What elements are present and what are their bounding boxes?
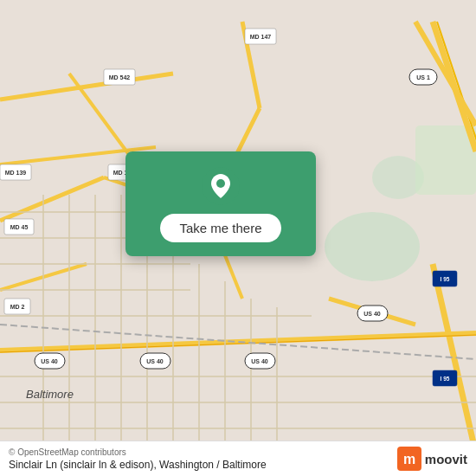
svg-text:US 1: US 1	[416, 74, 430, 80]
svg-text:MD 147: MD 147	[250, 34, 272, 40]
moovit-icon: m	[397, 447, 421, 471]
svg-line-17	[0, 335, 476, 352]
svg-text:US 40: US 40	[363, 311, 381, 317]
svg-text:I 95: I 95	[441, 376, 450, 382]
svg-text:m: m	[403, 452, 415, 466]
location-label: Sinclair Ln (sinclair ln & edison), Wash…	[9, 459, 397, 471]
moovit-text: moovit	[425, 452, 467, 466]
svg-text:US 40: US 40	[146, 358, 164, 364]
svg-text:MD 45: MD 45	[10, 224, 29, 230]
map-container: MD 147 US 1 MD 542 MD 147 MD 139 MD 45 I…	[0, 0, 476, 476]
svg-line-13	[0, 177, 104, 221]
svg-point-0	[325, 212, 420, 281]
take-me-there-card: Take me there	[125, 151, 316, 256]
svg-text:MD 542: MD 542	[109, 74, 131, 80]
svg-rect-2	[415, 125, 476, 195]
svg-text:I 95: I 95	[441, 276, 450, 282]
location-pin-icon	[202, 167, 240, 205]
svg-point-66	[216, 179, 225, 188]
svg-text:MD 2: MD 2	[10, 304, 25, 310]
svg-text:Baltimore: Baltimore	[26, 388, 74, 401]
svg-text:MD 139: MD 139	[5, 170, 27, 176]
map-attribution: © OpenStreetMap contributors	[9, 447, 397, 457]
bottom-bar: © OpenStreetMap contributors Sinclair Ln…	[0, 441, 476, 476]
svg-line-16	[0, 333, 476, 351]
bottom-info: © OpenStreetMap contributors Sinclair Ln…	[9, 447, 397, 471]
svg-text:US 40: US 40	[251, 358, 268, 364]
svg-text:US 40: US 40	[41, 358, 58, 364]
moovit-logo: m moovit	[397, 447, 467, 471]
take-me-there-button[interactable]: Take me there	[160, 214, 280, 242]
